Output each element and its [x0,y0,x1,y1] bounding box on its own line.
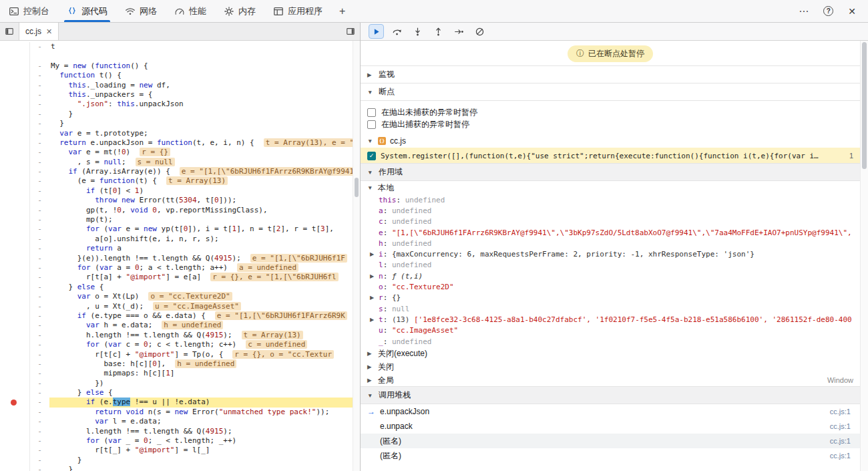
breakpoint-gutter[interactable] [0,273,30,282]
code-text[interactable]: a[o].unshift(e, i, n, r, s); [49,234,360,244]
code-line[interactable]: - var e = mt(!0)r = {} [0,148,360,157]
line-number-gutter[interactable]: - [30,176,49,186]
line-number-gutter[interactable]: - [30,119,49,128]
frame-location-link[interactable]: cc.js:1 [830,422,851,430]
code-text[interactable]: } [49,110,360,119]
code-line[interactable]: - if (t[0] < 1) [0,186,360,196]
line-number-gutter[interactable]: - [30,110,49,119]
code-text[interactable]: this._unpackers = { [49,90,360,100]
breakpoint-gutter[interactable] [0,254,30,263]
code-text[interactable]: }) [49,379,360,388]
breakpoint-gutter[interactable] [0,51,30,61]
line-number-gutter[interactable]: - [30,417,49,426]
scope-variable-row[interactable]: _: undefined [361,336,860,347]
breakpoint-gutter[interactable] [0,321,30,330]
frame-location-link[interactable]: cc.js:1 [830,437,851,445]
panel-tab-application[interactable]: 应用程序 [264,0,331,22]
code-text[interactable]: } [49,465,360,471]
code-line[interactable]: - return e.unpackJson = function(t, e, i… [0,138,360,148]
line-number-gutter[interactable]: - [30,379,49,388]
toggle-navigator-icon[interactable] [0,23,19,40]
scope-group-header[interactable]: ▶全局Window [361,373,860,387]
breakpoint-gutter[interactable] [0,129,30,138]
more-panels-button[interactable]: + [331,0,353,22]
breakpoint-gutter[interactable] [0,119,30,128]
line-number-gutter[interactable]: - [30,61,49,71]
breakpoint-gutter[interactable] [0,340,30,349]
code-text[interactable]: var l = e.data; [49,417,360,426]
code-line[interactable]: - r[t[_] + "@import"] = l[_] [0,446,360,455]
panel-tab-performance[interactable]: 性能 [166,0,215,22]
code-line[interactable]: - ".json": this.unpackJson [0,100,360,109]
breakpoint-gutter[interactable] [0,61,30,71]
code-line[interactable]: - for (var _ = 0; _ < t.length; _++) [0,436,360,446]
panel-tab-sources[interactable]: 源代码 [58,0,116,22]
breakpoint-gutter[interactable] [0,292,30,301]
breakpoint-gutter[interactable] [0,465,30,471]
step-into-button[interactable] [410,24,425,39]
code-text[interactable]: My = new (function() { [49,61,360,71]
line-number-gutter[interactable]: - [30,398,49,407]
breakpoint-gutter[interactable] [0,110,30,119]
code-text[interactable]: for (var c = 0; c < t.length; c++)c = un… [49,340,360,349]
breakpoint-gutter[interactable] [0,100,30,109]
line-number-gutter[interactable]: - [30,167,49,176]
chevron-right-icon[interactable]: ▶ [370,251,379,257]
code-text[interactable]: }(e)).length !== t.length && Q(4915);e =… [49,254,360,263]
breakpoint-gutter[interactable] [0,379,30,388]
breakpoint-gutter[interactable] [0,138,30,148]
code-text[interactable]: gp(t, !0, void 0, vp.reportMissingClass)… [49,206,360,215]
callstack-frame[interactable]: (匿名)cc.js:1 [361,448,860,463]
scope-variable-row[interactable]: h: undefined [361,238,860,249]
line-number-gutter[interactable]: - [30,215,49,224]
breakpoint-checkbox[interactable]: ✓ [367,152,376,160]
breakpoint-gutter[interactable] [0,148,30,157]
code-line[interactable]: - l.length !== t.length && Q(4915); [0,427,360,436]
line-number-gutter[interactable]: - [30,206,49,215]
code-text[interactable]: mp(t); [49,215,360,224]
line-number-gutter[interactable]: - [30,427,49,436]
chevron-right-icon[interactable]: ▶ [370,317,379,323]
breakpoint-gutter[interactable] [0,224,30,234]
code-line[interactable]: - r[t[a] + "@import"] = e[a]r = {}, e = … [0,273,360,282]
line-number-gutter[interactable]: - [30,138,49,148]
scope-variable-row[interactable]: u: "cc.ImageAsset" [361,325,860,336]
scope-variable-row[interactable]: e: "[1,[\"6bRJUH6f1FArrz6R9KBrAY@f9941\"… [361,227,860,238]
code-line[interactable]: - var h = e.data;h = undefined [0,321,360,330]
breakpoint-gutter[interactable] [0,331,30,340]
code-line[interactable]: - function t() { [0,71,360,80]
panel-tab-network[interactable]: 网络 [116,0,166,22]
line-number-gutter[interactable]: - [30,186,49,196]
code-text[interactable]: if (Array.isArray(e)) {e = "[1,[\"6bRJUH… [49,167,360,176]
breakpoint-gutter[interactable] [0,398,30,407]
code-text[interactable] [49,51,360,61]
breakpoint-gutter[interactable] [0,359,30,369]
code-line[interactable]: - } else { [0,388,360,398]
line-number-gutter[interactable]: - [30,42,49,51]
code-text[interactable]: throw new Error(tt(5304, t[0])); [49,196,360,205]
code-line[interactable]: - var e = t.prototype; [0,129,360,138]
code-line[interactable]: - for (var c = 0; c < t.length; c++)c = … [0,340,360,349]
code-text[interactable]: r[t[c] + "@import"] = Tp(o, {r = {}, o =… [49,350,360,359]
callstack-frame-active[interactable]: →e.unpackJsoncc.js:1 [361,404,860,419]
code-line[interactable]: - mipmaps: h[c][1] [0,369,360,378]
breakpoint-gutter[interactable] [0,263,30,273]
line-number-gutter[interactable]: - [30,81,49,90]
pause-uncaught-exceptions-row[interactable]: 在抛出未捕获的异常时暂停 [361,106,860,118]
code-line[interactable]: - } [0,456,360,465]
breakpoint-gutter[interactable] [0,388,30,398]
panel-tab-memory[interactable]: 内存 [215,0,264,22]
code-line[interactable]: - } [0,465,360,471]
code-text[interactable]: , s = null;s = null [49,158,360,167]
scope-variable-row[interactable]: ▶t: (13) ['1e8fce32-3c68-4125-a8a1-b40c2… [361,314,860,325]
code-line[interactable]: - a[o].unshift(e, i, n, r, s); [0,234,360,244]
code-text[interactable]: base: h[c][0],h = undefined [49,359,360,369]
line-number-gutter[interactable]: - [30,456,49,465]
line-number-gutter[interactable]: - [30,408,49,417]
line-number-gutter[interactable]: - [30,331,49,340]
scope-variable-row[interactable]: ▶i: {maxConcurrency: 6, maxRequestsPerFr… [361,249,860,259]
line-number-gutter[interactable]: - [30,254,49,263]
current-execution-line[interactable]: - if (e.type !== u || !e.data) [0,398,360,407]
scope-variable-row[interactable]: ▶r: {} [361,293,860,303]
line-number-gutter[interactable]: - [30,465,49,471]
